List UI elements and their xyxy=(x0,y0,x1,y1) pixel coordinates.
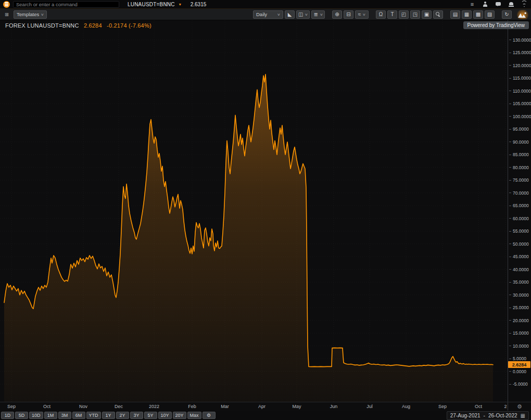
zoom-icon[interactable] xyxy=(433,10,443,19)
add-symbol-icon[interactable]: ⊟ xyxy=(344,10,353,19)
tick-mark xyxy=(509,91,511,91)
y-axis-value: 35.0000 xyxy=(513,279,529,285)
chart-style-icon[interactable]: ◣ xyxy=(285,10,295,19)
magnet-icon[interactable]: Ω xyxy=(376,10,386,19)
y-axis-label: 85.0000 xyxy=(509,152,529,157)
x-axis-label: Nov xyxy=(79,404,87,409)
range-button-2y[interactable]: 2Y xyxy=(116,412,129,419)
y-axis-value: 130.0000 xyxy=(513,37,531,43)
symbol-ticker[interactable]: LUNAUSDT=BNNC xyxy=(128,2,175,7)
maximize-icon[interactable]: ◳ xyxy=(410,10,420,19)
x-axis-label: Apr xyxy=(258,404,266,409)
pane-view-icon[interactable]: ▤ xyxy=(450,10,460,19)
y-axis-label: 100.0000 xyxy=(509,114,531,119)
y-axis-label: -5.0000 xyxy=(509,381,528,387)
fullscreen-icon[interactable]: ◰ xyxy=(399,10,409,19)
chat-icon[interactable] xyxy=(495,1,502,8)
interval-select[interactable]: Daily ∨ xyxy=(253,10,283,19)
date-range-end: 26-Oct-2022 xyxy=(488,413,517,418)
price-area-fill xyxy=(4,74,493,402)
symbol-dropdown-caret-icon[interactable]: ▾ xyxy=(179,2,181,7)
y-axis-label: 55.0000 xyxy=(509,228,529,234)
range-button-ytd[interactable]: YTD xyxy=(86,412,101,419)
y-axis-label: 130.0000 xyxy=(509,37,531,43)
y-axis-value: 65.0000 xyxy=(513,203,529,208)
snapshot-icon[interactable]: ▣ xyxy=(422,10,432,19)
range-button-3y[interactable]: 3Y xyxy=(130,412,143,419)
tick-mark xyxy=(509,78,511,79)
indicators-icon-glyph: ≈ xyxy=(358,11,361,17)
tick-mark xyxy=(509,269,511,270)
tick-mark xyxy=(509,218,511,219)
y-axis-value: 125.0000 xyxy=(513,50,531,55)
chevron-down-icon: ∨ xyxy=(362,12,366,17)
date-range-selector[interactable]: 27-Aug-2021 - 26-Oct-2022 ▦ xyxy=(447,411,529,420)
range-button-max[interactable]: Max xyxy=(187,412,201,419)
reset-chart-icon[interactable]: ↻ xyxy=(502,10,512,19)
range-button-3m[interactable]: 3M xyxy=(58,412,71,419)
grid-layout-icon[interactable]: ▦ xyxy=(462,10,472,19)
tick-mark xyxy=(509,257,511,257)
price-axis[interactable]: 130.0000125.0000120.0000115.0000110.0000… xyxy=(508,20,531,402)
y-axis-label: 20.0000 xyxy=(509,318,529,323)
menu-icon[interactable]: ≡ xyxy=(469,1,476,8)
chat-icon xyxy=(496,2,501,7)
range-button-10d[interactable]: 10D xyxy=(29,412,43,419)
tick-mark xyxy=(509,282,511,283)
x-axis-label: 2 xyxy=(504,404,507,409)
y-axis-value: 105.0000 xyxy=(513,101,531,106)
range-button-1d[interactable]: 1D xyxy=(1,412,14,419)
price-area-chart[interactable] xyxy=(0,20,508,402)
indicators-icon[interactable]: ≈∨ xyxy=(355,10,369,19)
y-axis-label: 45.0000 xyxy=(509,254,529,259)
tick-mark xyxy=(509,371,511,372)
y-axis-value: 100.0000 xyxy=(513,114,531,119)
range-settings-gear-icon[interactable]: ⚙ xyxy=(203,412,216,419)
x-axis-label: Feb xyxy=(188,404,196,409)
trading-terminal-window: LUNAUSDT=BNNC ▾ 2.6315 ≡ ⊞ Templates ∨ D… xyxy=(0,0,531,420)
y-axis-label: 75.0000 xyxy=(509,177,529,183)
y-axis-value: 10.0000 xyxy=(513,343,529,349)
tick-mark xyxy=(509,129,511,130)
x-axis-label: Jul xyxy=(366,404,373,409)
compare-icon[interactable]: ⊕ xyxy=(332,10,342,19)
tick-mark xyxy=(509,180,511,181)
layout-template-icon[interactable]: ▨ xyxy=(485,10,495,19)
y-axis-label: 30.0000 xyxy=(509,292,529,298)
user-icon[interactable] xyxy=(482,1,489,8)
range-button-5d[interactable]: 5D xyxy=(15,412,28,419)
command-search-input[interactable] xyxy=(13,1,119,8)
range-button-10y[interactable]: 10Y xyxy=(158,412,172,419)
tick-mark xyxy=(509,320,511,321)
tick-mark xyxy=(509,167,511,168)
axis-settings-gear-icon[interactable]: ⚙ xyxy=(517,403,522,410)
y-axis-value: 20.0000 xyxy=(513,318,529,323)
connection-wifi-icon[interactable] xyxy=(521,1,528,8)
top-right-icons: ≡ xyxy=(469,1,528,8)
range-button-1m[interactable]: 1M xyxy=(44,412,57,419)
templates-button[interactable]: Templates ∨ xyxy=(14,10,47,19)
app-logo-icon[interactable] xyxy=(3,1,10,8)
range-button-6m[interactable]: 6M xyxy=(72,412,85,419)
range-button-5y[interactable]: 5Y xyxy=(144,412,157,419)
line-style-icon[interactable]: ≣∨ xyxy=(311,10,325,19)
chart-style-icon-glyph: ◣ xyxy=(288,11,292,17)
line-style-icon-glyph: ≣ xyxy=(313,11,318,17)
y-axis-label: 35.0000 xyxy=(509,279,529,285)
save-template-icon[interactable]: ▩ xyxy=(473,10,483,19)
time-axis[interactable]: SepOctNovDec2022FebMarAprMayJunJulAugSep… xyxy=(0,402,508,411)
top-bar: LUNAUSDT=BNNC ▾ 2.6315 ≡ xyxy=(0,0,531,9)
tick-mark xyxy=(509,65,511,66)
tick-mark xyxy=(509,142,511,142)
notifications-bell-icon[interactable] xyxy=(508,1,515,8)
range-button-1y[interactable]: 1Y xyxy=(102,412,115,419)
notifications-bell-icon xyxy=(509,2,514,7)
tradingview-logo-icon[interactable] xyxy=(516,10,529,19)
range-button-20y[interactable]: 20Y xyxy=(173,412,186,419)
candles-icon[interactable]: ◫∨ xyxy=(296,10,310,19)
powered-by-tradingview-badge[interactable]: Powered by TradingView xyxy=(463,21,529,29)
add-pane-icon[interactable]: ⊞ xyxy=(2,10,11,19)
text-tool-icon[interactable]: T xyxy=(387,10,397,19)
chart-pane[interactable]: FOREX LUNAUSDT=BNNC 2.6284 -0.2174 (-7.6… xyxy=(0,20,531,411)
tick-mark xyxy=(509,384,511,385)
